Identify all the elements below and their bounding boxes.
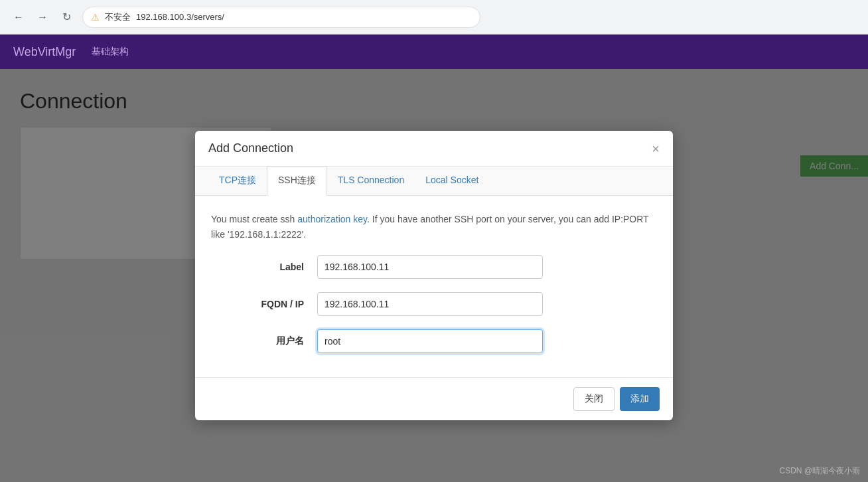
username-input[interactable]	[317, 329, 543, 353]
back-button[interactable]: ←	[11, 9, 27, 25]
label-field-label: Label	[211, 262, 317, 272]
modal-dialog: Add Connection × TCP连接 SSH连接 TLS Connect…	[195, 131, 673, 420]
fqdn-field-label: FQDN / IP	[211, 299, 317, 309]
browser-chrome: ← → ↻ ⚠ 不安全 192.168.100.3/servers/	[0, 0, 868, 35]
modal-title: Add Connection	[208, 141, 293, 155]
url-text: 192.168.100.3/servers/	[136, 12, 224, 22]
username-field-label: 用户名	[211, 335, 317, 347]
modal-overlay: Add Connection × TCP连接 SSH连接 TLS Connect…	[0, 69, 868, 482]
address-bar[interactable]: ⚠ 不安全 192.168.100.3/servers/	[82, 7, 480, 28]
app-header: WebVirtMgr 基础架构	[0, 35, 868, 69]
watermark: CSDN @晴湖今夜小雨	[779, 465, 860, 477]
tab-local-socket[interactable]: Local Socket	[415, 167, 489, 196]
tab-ssh[interactable]: SSH连接	[267, 166, 327, 196]
info-text-before: You must create ssh	[211, 214, 297, 224]
security-label: 不安全	[105, 11, 131, 23]
nav-item-infrastructure[interactable]: 基础架构	[92, 46, 129, 58]
authorization-key-link[interactable]: authorization key	[297, 214, 367, 224]
tab-tls[interactable]: TLS Connection	[327, 167, 415, 196]
form-group-label: Label	[211, 255, 657, 279]
form-group-fqdn: FQDN / IP	[211, 292, 657, 316]
modal-footer: 关闭 添加	[195, 377, 673, 420]
forward-button[interactable]: →	[35, 9, 50, 25]
close-button[interactable]: 关闭	[573, 387, 615, 411]
modal-close-button[interactable]: ×	[652, 142, 660, 155]
warning-icon: ⚠	[91, 12, 100, 23]
label-input[interactable]	[317, 255, 543, 279]
modal-header: Add Connection ×	[195, 131, 673, 167]
add-button[interactable]: 添加	[620, 387, 660, 411]
fqdn-input[interactable]	[317, 292, 543, 316]
info-text: You must create ssh authorization key. I…	[211, 212, 657, 242]
reload-button[interactable]: ↻	[58, 9, 74, 25]
form-group-username: 用户名	[211, 329, 657, 353]
modal-tabs: TCP连接 SSH连接 TLS Connection Local Socket	[195, 167, 673, 196]
app-logo[interactable]: WebVirtMgr	[13, 45, 76, 59]
modal-body: You must create ssh authorization key. I…	[195, 196, 673, 377]
tab-tcp[interactable]: TCP连接	[208, 167, 267, 196]
